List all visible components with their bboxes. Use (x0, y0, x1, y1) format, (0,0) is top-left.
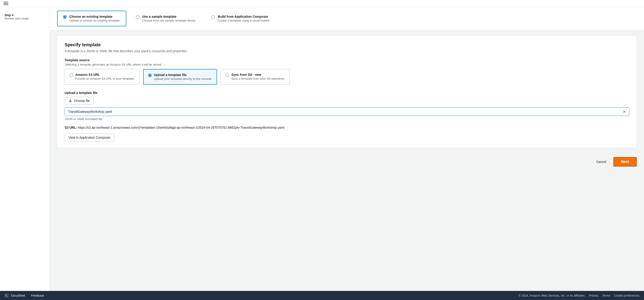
specify-template-section: Specify template A template is a JSON or… (57, 36, 637, 148)
template-source-label: Template source (65, 58, 629, 62)
source-card-s3url[interactable]: Amazon S3 URL Provide an Amazon S3 URL t… (65, 69, 140, 85)
copyright-text: © 2024, Amazon Web Services, Inc. or its… (518, 294, 586, 297)
feedback-label[interactable]: Feedback (31, 294, 44, 297)
template-sample-desc: Choose from our sample template library. (142, 19, 196, 22)
template-sample-title: Use a sample template (142, 15, 196, 18)
radio-composer (211, 15, 215, 19)
template-composer-title: Build from Application Composer (218, 15, 270, 18)
view-in-composer-button[interactable]: View in Application Composer (65, 134, 114, 141)
template-existing-title: Choose an existing template (70, 15, 120, 18)
hamburger-icon[interactable] (4, 2, 8, 5)
sidebar-step4: Step 4 Review and create (0, 12, 50, 22)
terms-link[interactable]: Terms (602, 294, 610, 297)
source-upload-desc: Upload your template directly to the con… (154, 77, 212, 81)
source-git-desc: Sync a template from your Git repository… (231, 77, 284, 80)
bottom-bar-right: © 2024, Amazon Web Services, Inc. or its… (518, 294, 640, 297)
next-button[interactable]: Next (614, 157, 637, 167)
sidebar-step4-desc: Review and create (4, 17, 45, 20)
specify-template-desc: A template is a JSON or YAML file that d… (65, 49, 629, 53)
view-composer-label: View in Application Composer (68, 136, 110, 139)
svg-marker-2 (70, 99, 71, 101)
template-composer-desc: Create a template using a visual builder… (218, 19, 270, 22)
source-git-title: Sync from Git - new (231, 73, 284, 77)
source-card-git[interactable]: Sync from Git - new Sync a template from… (221, 69, 289, 85)
source-cards: Amazon S3 URL Provide an Amazon S3 URL t… (65, 69, 629, 85)
content-area: Choose an existing template Upload or ch… (50, 7, 644, 291)
sidebar-step4-label: Step 4 (4, 14, 45, 17)
source-card-upload[interactable]: Upload a template file Upload your templ… (143, 69, 217, 85)
privacy-link[interactable]: Privacy (589, 294, 599, 297)
radio-sample (136, 15, 140, 19)
specify-template-title: Specify template (65, 42, 629, 48)
template-source-sublabel: Selecting a template generates an Amazon… (65, 63, 629, 66)
upload-icon (68, 99, 72, 103)
file-name-input[interactable] (65, 108, 620, 116)
terminal-icon: >_ (4, 293, 8, 297)
upload-section-label: Upload a template file (65, 91, 629, 95)
choose-file-label: Choose file (74, 99, 90, 103)
svg-rect-0 (69, 101, 72, 102)
cancel-button[interactable]: Cancel (593, 158, 610, 165)
bottom-bar-left: >_ CloudShell Feedback (4, 293, 44, 297)
top-nav (0, 0, 644, 7)
sidebar: Step 4 Review and create (0, 7, 50, 291)
svg-text:>_: >_ (5, 294, 8, 297)
file-hint: JSON or YAML formatted file (65, 117, 629, 121)
template-option-composer[interactable]: Build from Application Composer Create a… (206, 11, 276, 26)
template-option-existing[interactable]: Choose an existing template Upload or ch… (57, 11, 126, 26)
template-type-bar: Choose an existing template Upload or ch… (50, 7, 644, 30)
footer-actions: Cancel Next (50, 153, 644, 170)
source-upload-title: Upload a template file (154, 73, 212, 77)
clear-file-button[interactable]: ✕ (620, 108, 629, 116)
radio-upload (148, 74, 152, 77)
choose-file-button[interactable]: Choose file (65, 97, 94, 105)
s3-url-label: S3 URL: (65, 126, 77, 129)
radio-git (226, 73, 229, 77)
radio-existing (63, 15, 67, 19)
source-s3url-title: Amazon S3 URL (75, 73, 135, 77)
svg-rect-3 (69, 102, 72, 102)
bottom-bar: >_ CloudShell Feedback © 2024, Amazon We… (0, 291, 644, 300)
s3-url-value: https://s3.ap-northeast-1.amazonaws.com/… (78, 126, 284, 129)
file-input-row: ✕ (65, 107, 629, 116)
template-option-sample[interactable]: Use a sample template Choose from our sa… (130, 11, 202, 26)
s3-url-row: S3 URL: https://s3.ap-northeast-1.amazon… (65, 125, 629, 130)
cookie-prefs-link[interactable]: Cookie preferences (614, 294, 640, 297)
cloudshell-label[interactable]: CloudShell (11, 294, 25, 297)
source-s3url-desc: Provide an Amazon S3 URL to your templat… (75, 77, 135, 80)
template-existing-desc: Upload or choose an existing template. (70, 19, 120, 22)
radio-s3url (70, 73, 73, 77)
